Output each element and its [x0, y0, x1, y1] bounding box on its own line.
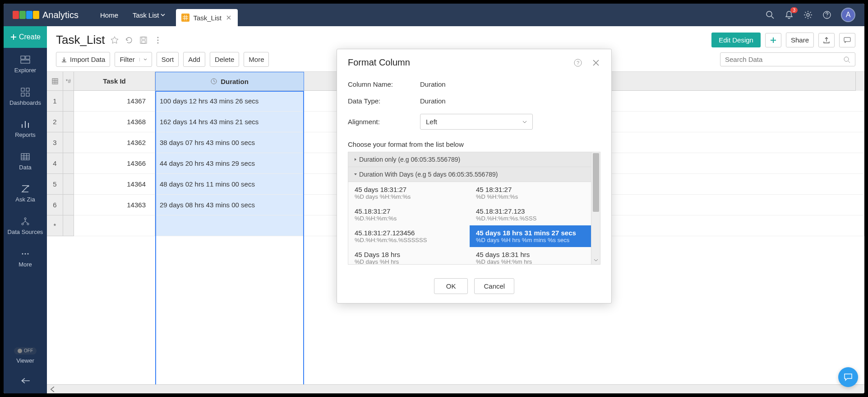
explorer-icon: [20, 54, 31, 65]
sidebar-item-dashboards[interactable]: Dashboards: [4, 80, 47, 113]
search-input[interactable]: [725, 56, 843, 63]
chevron-down-icon: [161, 13, 165, 17]
format-option[interactable]: 45.18:31:27.123%D.%H:%m:%s.%SSS: [470, 204, 591, 225]
topbar: Analytics Home Task List Task_List: [4, 4, 864, 26]
tab-task-list[interactable]: Task_List: [176, 9, 238, 26]
table-icon: [181, 14, 189, 22]
star-icon[interactable]: [110, 36, 119, 45]
svg-rect-5: [21, 56, 25, 59]
grid-icon: [52, 78, 58, 84]
row-number[interactable]: 6: [47, 195, 63, 215]
bell-icon[interactable]: 3: [784, 10, 794, 20]
sidebar-item-explorer[interactable]: Explorer: [4, 48, 47, 80]
page-title: Task_List: [56, 33, 105, 47]
vertical-scrollbar[interactable]: [855, 72, 864, 91]
row-gutter: [63, 174, 74, 195]
comment-button[interactable]: [839, 33, 855, 47]
import-icon: [61, 56, 67, 63]
save-icon[interactable]: [139, 36, 148, 45]
filter-button[interactable]: Filter: [115, 52, 152, 67]
grid-number-header[interactable]: *#: [63, 72, 74, 91]
sidebar-item-reports[interactable]: Reports: [4, 112, 47, 145]
cancel-button[interactable]: Cancel: [474, 278, 514, 294]
search-input-wrapper[interactable]: [720, 52, 855, 66]
format-section-duration-only[interactable]: Duration only (e.g 06:05:35.556789): [348, 152, 591, 167]
svg-rect-7: [21, 60, 30, 63]
create-button[interactable]: Create: [4, 26, 47, 48]
cell-duration[interactable]: 162 days 14 hrs 43 mins 21 secs: [155, 112, 304, 132]
main: Task_List Edit Design Share: [47, 26, 864, 393]
new-row-marker[interactable]: *: [47, 215, 63, 236]
row-number[interactable]: 2: [47, 112, 63, 132]
nav-home[interactable]: Home: [93, 11, 125, 19]
sidebar-collapse[interactable]: [4, 371, 47, 393]
cell-duration[interactable]: 29 days 08 hrs 43 mins 00 secs: [155, 195, 304, 215]
format-option[interactable]: 45 days 18 hrs 31 mins 27 secs%D days %H…: [470, 225, 591, 247]
svg-point-1: [766, 11, 772, 17]
sidebar-item-data[interactable]: Data: [4, 145, 47, 177]
chat-fab[interactable]: [838, 367, 858, 387]
kebab-icon[interactable]: [153, 36, 162, 45]
cell-duration[interactable]: 38 days 07 hrs 43 mins 00 secs: [155, 132, 304, 153]
cell-taskid[interactable]: 14367: [74, 91, 155, 112]
row-number[interactable]: 5: [47, 174, 63, 195]
plus-icon: [10, 33, 17, 41]
grid-corner[interactable]: [47, 72, 63, 91]
column-header-duration[interactable]: Duration: [155, 72, 304, 91]
format-option[interactable]: 45 18:31:27%D %H:%m:%s: [470, 182, 591, 204]
cell-duration[interactable]: 44 days 20 hrs 43 mins 29 secs: [155, 153, 304, 174]
import-data-button[interactable]: Import Data: [56, 52, 110, 67]
format-option[interactable]: 45 days 18:31 hrs%D days %H:%m hrs: [470, 247, 591, 264]
alignment-select[interactable]: Left: [420, 114, 533, 130]
svg-rect-9: [26, 88, 29, 91]
export-button[interactable]: [818, 33, 835, 47]
sidebar-item-datasources[interactable]: Data Sources: [4, 210, 47, 242]
reports-icon: [20, 119, 31, 130]
close-icon[interactable]: [225, 15, 232, 20]
row-number[interactable]: 1: [47, 91, 63, 112]
cell-duration[interactable]: 48 days 02 hrs 11 mins 00 secs: [155, 174, 304, 195]
dashboards-icon: [20, 87, 31, 98]
avatar[interactable]: A: [841, 8, 855, 22]
edit-design-button[interactable]: Edit Design: [711, 33, 761, 47]
more-button[interactable]: More: [244, 52, 269, 67]
sidebar-viewer-toggle[interactable]: OFF Viewer: [4, 341, 47, 371]
row-number[interactable]: 4: [47, 153, 63, 174]
scroll-down-icon[interactable]: [594, 258, 598, 262]
format-scrollbar[interactable]: [591, 152, 600, 264]
help-icon[interactable]: [822, 10, 832, 20]
column-header-taskid[interactable]: Task Id: [74, 72, 155, 91]
new-button[interactable]: [765, 33, 781, 47]
close-icon[interactable]: [591, 58, 600, 67]
sidebar-item-more[interactable]: More: [4, 242, 47, 275]
sidebar-item-askzia[interactable]: Ask Zia: [4, 177, 47, 210]
format-option[interactable]: 45 days 18:31:27%D days %H:%m:%s: [348, 182, 470, 204]
cell-duration[interactable]: 100 days 12 hrs 43 mins 26 secs: [155, 91, 304, 112]
search-icon: [843, 56, 850, 63]
horizontal-scrollbar[interactable]: [47, 384, 864, 393]
sort-button[interactable]: Sort: [157, 52, 179, 67]
search-icon[interactable]: [765, 10, 775, 20]
format-option[interactable]: 45 Days 18 hrs%D days %H hrs: [348, 247, 470, 264]
row-gutter: [63, 195, 74, 215]
delete-button[interactable]: Delete: [210, 52, 239, 67]
format-option[interactable]: 45.18:31:27%D.%H:%m:%s: [348, 204, 470, 225]
svg-point-15: [27, 223, 29, 225]
help-icon[interactable]: ?: [573, 58, 582, 67]
ok-button[interactable]: OK: [434, 278, 468, 294]
nav-tasklist[interactable]: Task List: [125, 11, 172, 19]
cell-taskid[interactable]: 14364: [74, 174, 155, 195]
brand-text: Analytics: [42, 10, 78, 20]
cell-taskid[interactable]: 14368: [74, 112, 155, 132]
row-number[interactable]: 3: [47, 132, 63, 153]
format-section-duration-days[interactable]: Duration With Days (e.g 5 days 06:05:35.…: [348, 167, 591, 182]
share-button[interactable]: Share: [786, 33, 814, 47]
format-option[interactable]: 45.18:31:27.123456%D.%H:%m:%s.%SSSSSS: [348, 225, 470, 247]
cell-taskid[interactable]: 14366: [74, 153, 155, 174]
add-button[interactable]: Add: [183, 52, 205, 67]
gear-icon[interactable]: [803, 10, 813, 20]
svg-point-18: [25, 253, 26, 254]
cell-taskid[interactable]: 14363: [74, 195, 155, 215]
refresh-icon[interactable]: [125, 36, 134, 45]
cell-taskid[interactable]: 14362: [74, 132, 155, 153]
